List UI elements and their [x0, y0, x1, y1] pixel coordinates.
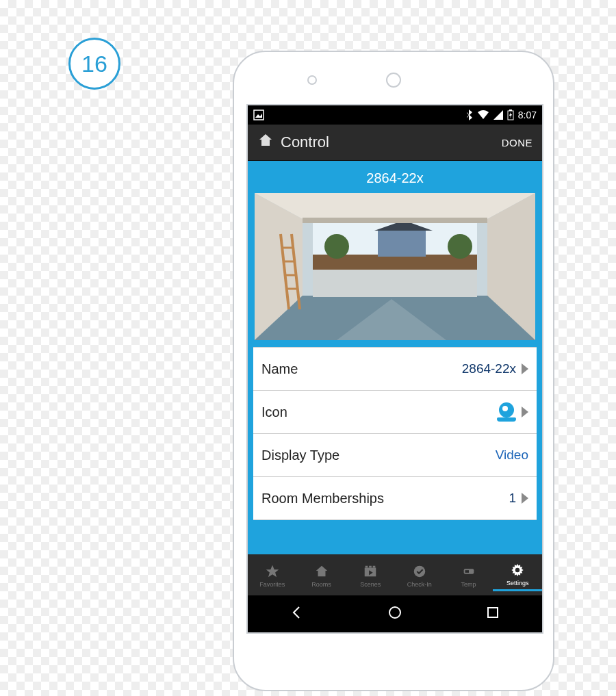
- phone-earpiece: [386, 73, 401, 88]
- svg-rect-28: [365, 565, 368, 567]
- tab-checkin[interactable]: Check-In: [395, 560, 444, 591]
- svg-point-37: [389, 607, 400, 618]
- bluetooth-icon: [466, 109, 473, 120]
- camera-preview-wrap: [248, 193, 542, 347]
- svg-point-36: [515, 568, 519, 572]
- row-display-label: Display Type: [261, 448, 339, 463]
- svg-rect-4: [509, 109, 512, 111]
- android-home-button[interactable]: [387, 604, 403, 623]
- tab-settings-label: Settings: [506, 580, 529, 587]
- step-badge: 16: [68, 38, 120, 90]
- row-name-label: Name: [261, 361, 298, 377]
- svg-rect-19: [303, 218, 487, 223]
- signal-icon: [493, 110, 503, 120]
- phone-frame: 8:07 Control DONE 2864-22x: [233, 51, 554, 691]
- android-recents-button[interactable]: [485, 604, 501, 623]
- status-bar: 8:07: [248, 105, 542, 125]
- tab-favorites-label: Favorites: [259, 581, 285, 588]
- svg-rect-38: [488, 608, 498, 617]
- svg-rect-15: [378, 231, 426, 257]
- tab-temp-label: Temp: [461, 581, 476, 588]
- battery-icon: [507, 109, 514, 120]
- tab-rooms[interactable]: Rooms: [297, 560, 346, 591]
- row-rooms-value: 1: [509, 491, 516, 506]
- image-icon: [253, 109, 264, 120]
- done-button[interactable]: DONE: [502, 137, 532, 149]
- svg-point-32: [414, 565, 426, 577]
- camera-icon: [497, 402, 516, 422]
- wifi-icon: [477, 110, 489, 120]
- svg-marker-2: [493, 110, 503, 120]
- status-time: 8:07: [518, 109, 537, 120]
- svg-marker-1: [255, 114, 262, 118]
- phone-screen: 8:07 Control DONE 2864-22x: [246, 104, 543, 634]
- row-icon[interactable]: Icon: [253, 391, 537, 434]
- phone-sensor: [307, 75, 317, 85]
- app-header: Control DONE: [248, 125, 542, 161]
- settings-list: Name 2864-22x Icon Display Type Video: [248, 347, 542, 554]
- home-icon: [257, 132, 274, 153]
- row-room-memberships[interactable]: Room Memberships 1: [253, 477, 537, 520]
- camera-preview[interactable]: [255, 193, 535, 340]
- tab-temp[interactable]: Temp: [444, 560, 493, 591]
- tab-scenes-label: Scenes: [360, 581, 381, 588]
- row-icon-label: Icon: [261, 404, 287, 420]
- android-nav-bar: [248, 595, 542, 632]
- svg-point-17: [324, 234, 349, 259]
- svg-marker-5: [509, 112, 512, 118]
- svg-marker-7: [255, 193, 535, 219]
- row-name-value: 2864-22x: [462, 361, 516, 376]
- chevron-right-icon: [522, 407, 528, 417]
- tab-favorites[interactable]: Favorites: [248, 560, 297, 591]
- svg-rect-34: [465, 570, 469, 573]
- chevron-right-icon: [522, 493, 528, 504]
- svg-rect-13: [313, 268, 477, 297]
- device-title: 2864-22x: [248, 161, 542, 193]
- chevron-right-icon: [522, 363, 528, 374]
- row-name[interactable]: Name 2864-22x: [253, 347, 537, 391]
- tab-rooms-label: Rooms: [311, 581, 331, 588]
- svg-rect-30: [373, 565, 376, 567]
- svg-rect-29: [369, 565, 372, 567]
- row-display-type[interactable]: Display Type Video: [253, 434, 537, 477]
- android-back-button[interactable]: [289, 604, 305, 623]
- tab-checkin-label: Check-In: [407, 581, 432, 588]
- tab-bar: Favorites Rooms Scenes Check-In Temp Set…: [248, 554, 542, 595]
- row-display-value: Video: [496, 448, 528, 463]
- app-title: Control: [281, 133, 329, 151]
- tab-scenes[interactable]: Scenes: [346, 560, 395, 591]
- row-rooms-label: Room Memberships: [261, 491, 384, 506]
- svg-point-18: [448, 234, 472, 259]
- tab-settings[interactable]: Settings: [493, 558, 542, 591]
